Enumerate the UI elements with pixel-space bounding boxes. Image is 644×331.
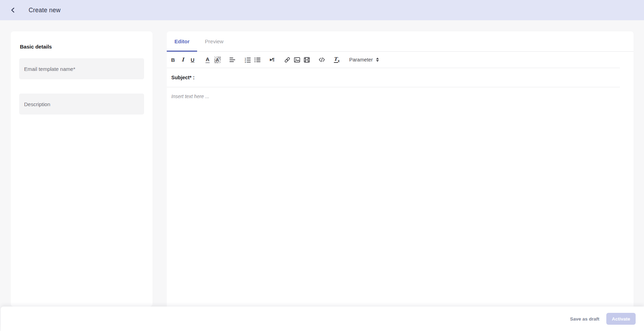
parameter-dropdown[interactable]: Parameter xyxy=(349,57,379,62)
video-icon xyxy=(304,57,310,63)
body-placeholder: Insert text here ... xyxy=(171,94,209,99)
italic-icon: I xyxy=(181,57,184,62)
clear-format-button[interactable]: Tx xyxy=(332,54,342,65)
tab-editor[interactable]: Editor xyxy=(167,31,197,51)
subject-row: Subject* : xyxy=(167,68,620,87)
editor-toolbar: B I U A A xyxy=(167,52,620,68)
tabbar: Editor Preview xyxy=(167,31,634,52)
code-icon xyxy=(319,57,325,63)
back-button[interactable] xyxy=(6,3,20,17)
underline-icon: U xyxy=(191,57,195,62)
image-button[interactable] xyxy=(292,54,302,65)
basic-details-panel: Basic details xyxy=(11,31,152,307)
image-icon xyxy=(294,57,300,63)
subject-input[interactable] xyxy=(195,68,620,87)
code-button[interactable] xyxy=(317,54,327,65)
highlight-icon: A xyxy=(214,57,221,63)
subject-label: Subject* : xyxy=(171,75,195,80)
svg-text:3: 3 xyxy=(245,61,246,63)
highlight-button[interactable]: A xyxy=(212,54,222,65)
unordered-list-button[interactable] xyxy=(252,54,262,65)
ordered-list-icon: 123 xyxy=(244,57,251,63)
tab-preview[interactable]: Preview xyxy=(197,31,231,51)
text-color-icon: A xyxy=(205,57,210,63)
toolbar-group-lists: 123 xyxy=(242,54,262,65)
link-button[interactable] xyxy=(282,54,292,65)
link-icon xyxy=(284,57,291,63)
editor-panel: Editor Preview B I U A A xyxy=(167,31,634,307)
parameter-label: Parameter xyxy=(349,57,373,62)
video-button[interactable] xyxy=(302,54,312,65)
sort-arrows-icon xyxy=(376,58,379,62)
ordered-list-button[interactable]: 123 xyxy=(242,54,252,65)
align-left-icon xyxy=(229,57,236,63)
topbar: Create new xyxy=(0,0,644,20)
save-draft-button[interactable]: Save as draft xyxy=(570,316,599,322)
unordered-list-icon xyxy=(254,57,261,63)
toolbar-group-code xyxy=(317,54,327,65)
basic-details-heading: Basic details xyxy=(20,44,152,50)
page-title: Create new xyxy=(29,7,61,14)
paragraph-icon: ▸¶ xyxy=(270,57,274,62)
chevron-left-icon xyxy=(10,7,16,13)
toolbar-group-clear: Tx xyxy=(332,54,342,65)
italic-button[interactable]: I xyxy=(178,54,188,65)
toolbar-group-color: A A xyxy=(203,54,222,65)
toolbar-group-media xyxy=(282,54,312,65)
clear-format-icon: Tx xyxy=(334,57,340,62)
activate-button[interactable]: Activate xyxy=(606,313,636,325)
toolbar-group-basic: B I U xyxy=(168,54,197,65)
toolbar-group-paragraph: ▸¶ xyxy=(267,54,277,65)
description-input[interactable] xyxy=(19,94,144,115)
email-template-name-input[interactable] xyxy=(19,58,144,79)
align-button[interactable] xyxy=(227,54,237,65)
paragraph-button[interactable]: ▸¶ xyxy=(267,54,277,65)
bold-icon: B xyxy=(171,57,175,62)
underline-button[interactable]: U xyxy=(188,54,197,65)
toolbar-group-align xyxy=(227,54,237,65)
bold-button[interactable]: B xyxy=(168,54,178,65)
footer-bar: Save as draft Activate xyxy=(1,307,644,331)
editor-body[interactable]: Insert text here ... xyxy=(167,87,634,307)
text-color-button[interactable]: A xyxy=(203,54,212,65)
